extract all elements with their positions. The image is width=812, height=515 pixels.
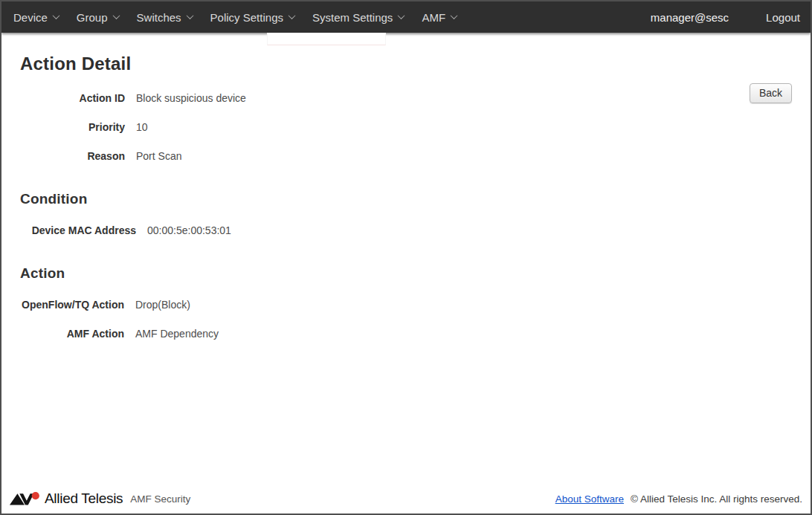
action-fields: OpenFlow/TQ Action Drop(Block) AMF Actio… <box>20 299 792 340</box>
field-row-reason: Reason Port Scan <box>20 150 792 162</box>
nav-item-policy-settings[interactable]: Policy Settings <box>210 8 299 27</box>
field-row-action-id: Action ID Block suspicious device <box>20 92 792 104</box>
chevron-down-icon <box>112 12 120 19</box>
nav-item-group[interactable]: Group <box>77 8 123 27</box>
page-title: Action Detail <box>20 54 792 74</box>
chevron-down-icon <box>186 12 193 19</box>
nav-right: manager@sesc Logout <box>651 11 800 24</box>
chevron-down-icon <box>289 12 296 19</box>
main-content: Action Detail Back Action ID Block suspi… <box>1 33 811 340</box>
back-button[interactable]: Back <box>750 83 792 103</box>
field-value: Block suspicious device <box>136 92 246 104</box>
footer-brand: Allied Telesis AMF Security <box>9 490 190 507</box>
field-row-priority: Priority 10 <box>20 121 792 133</box>
field-label: Priority <box>20 121 125 133</box>
field-value: AMF Dependency <box>135 328 219 340</box>
nav-item-switches[interactable]: Switches <box>137 8 197 27</box>
field-label: Action ID <box>20 92 125 104</box>
logout-button[interactable]: Logout <box>766 11 800 24</box>
footer: Allied Telesis AMF Security About Softwa… <box>1 484 811 514</box>
nav-item-amf[interactable]: AMF <box>422 8 461 27</box>
condition-fields: Device MAC Address 00:00:5e:00:53:01 <box>20 224 792 236</box>
nav-item-label: AMF <box>422 11 445 24</box>
field-row-amf-action: AMF Action AMF Dependency <box>20 328 792 340</box>
footer-links: About Software © Allied Telesis Inc. All… <box>555 493 802 505</box>
allied-telesis-logo-icon <box>9 491 40 506</box>
field-value: Port Scan <box>136 150 181 162</box>
nav-item-device[interactable]: Device <box>13 8 63 27</box>
navbar: Device Group Switches Policy Settings Sy… <box>1 1 811 33</box>
chevron-down-icon <box>52 12 59 19</box>
chevron-down-icon <box>398 12 405 19</box>
nav-item-label: Switches <box>137 11 181 24</box>
field-row-openflow-action: OpenFlow/TQ Action Drop(Block) <box>20 299 792 311</box>
field-value: 10 <box>136 121 148 133</box>
nav-item-label: System Settings <box>312 11 393 24</box>
user-account-label: manager@sesc <box>651 11 729 24</box>
field-value: 00:00:5e:00:53:01 <box>147 224 231 236</box>
field-label: AMF Action <box>20 328 124 340</box>
browser-window: Device Group Switches Policy Settings Sy… <box>0 0 812 515</box>
detail-fields: Action ID Block suspicious device Priori… <box>20 92 792 162</box>
product-name: AMF Security <box>130 493 190 505</box>
action-section-heading: Action <box>20 265 792 282</box>
nav-item-label: Policy Settings <box>210 11 283 24</box>
about-software-link[interactable]: About Software <box>555 493 624 505</box>
field-label: OpenFlow/TQ Action <box>20 299 124 311</box>
nav-item-label: Group <box>77 11 108 24</box>
chevron-down-icon <box>451 12 458 19</box>
field-label: Reason <box>20 150 125 162</box>
field-value: Drop(Block) <box>135 299 190 311</box>
nav-item-system-settings[interactable]: System Settings <box>312 8 408 27</box>
empty-dropdown-panel <box>267 33 386 45</box>
nav-menu: Device Group Switches Policy Settings Sy… <box>13 8 474 27</box>
field-row-device-mac: Device MAC Address 00:00:5e:00:53:01 <box>20 224 792 236</box>
brand-name: Allied Telesis <box>45 490 123 507</box>
condition-section-heading: Condition <box>20 191 792 207</box>
nav-item-label: Device <box>13 11 48 24</box>
field-label: Device MAC Address <box>20 224 136 236</box>
copyright-text: © Allied Telesis Inc. All rights reserve… <box>631 493 802 505</box>
